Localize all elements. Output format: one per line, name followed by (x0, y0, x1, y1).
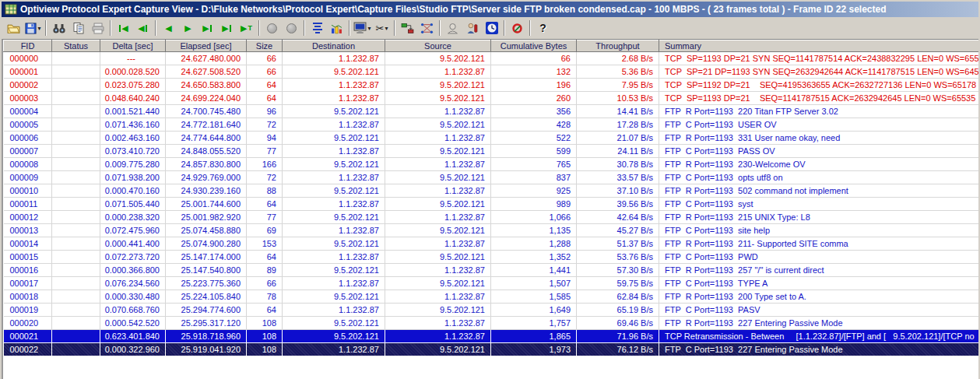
filter-button[interactable]: ✂▾ (372, 19, 392, 37)
cell-summary: FTP C Port=1193 opts utf8 on (659, 171, 979, 184)
goto-last-frame-button[interactable]: ▶ (217, 19, 237, 37)
help-button[interactable]: ? (533, 19, 553, 37)
cell-summary: FTP R Port=1193 257 "/" is current direc… (659, 264, 979, 277)
cell-source: 1.1.232.87 (385, 105, 491, 118)
cell-size: 72 (247, 118, 283, 132)
frame-sequence-button[interactable] (417, 19, 437, 37)
cell-throughput: 14.41 B/s (577, 105, 659, 118)
frame-row-000004[interactable]: 0000040.001.521.44024.700.745.480969.5.2… (4, 105, 979, 118)
next-frame-button[interactable]: ▶ (178, 19, 198, 37)
frame-row-000006[interactable]: 0000060.002.463.16024.774.644.800949.5.2… (4, 132, 979, 145)
cell-source: 9.5.202.121 (385, 52, 491, 65)
filter-button-dropdown-arrow[interactable]: ▾ (385, 25, 388, 32)
cell-throughput: 59.75 B/s (577, 277, 659, 290)
cell-destination: 9.5.202.121 (283, 211, 385, 224)
prev-frame-button[interactable]: ◀ (159, 19, 178, 37)
find-button[interactable] (49, 19, 68, 37)
frame-row-000019[interactable]: 0000190.070.668.76025.294.774.600641.1.2… (4, 304, 979, 317)
frame-row-000020[interactable]: 0000200.000.542.52025.295.317.1201089.5.… (4, 317, 979, 330)
cell-delta: 0.000.441.400 (100, 237, 166, 251)
cell-fid: 000018 (4, 290, 52, 304)
column-header-size[interactable]: Size (247, 40, 283, 52)
copy-button[interactable] (68, 19, 88, 37)
frame-row-000021[interactable]: 0000210.623.401.84025.918.718.9601089.5.… (4, 330, 979, 343)
open-capture-button[interactable] (4, 19, 23, 37)
column-header-delta[interactable]: Delta [sec] (100, 40, 166, 52)
cell-summary: TCP Retransmission - Between [1.1.232.87… (659, 330, 979, 343)
frame-row-000008[interactable]: 0000080.009.775.28024.857.830.8001669.5.… (4, 158, 979, 171)
cell-fid: 000011 (4, 198, 52, 211)
print-button[interactable] (88, 19, 107, 37)
cell-summary: FTP C Port=1193 PWD (659, 251, 979, 264)
column-header-destination[interactable]: Destination (283, 40, 385, 52)
goto-first-frame-button[interactable]: ◀ (114, 19, 133, 37)
frame-row-000014[interactable]: 0000140.000.441.40025.074.900.2801539.5.… (4, 237, 979, 251)
cell-elapsed: 24.627.480.000 (166, 52, 247, 65)
connection-flow-button[interactable] (398, 19, 417, 37)
frame-row-000009[interactable]: 0000090.071.938.20024.929.769.000721.1.2… (4, 171, 979, 184)
capture-stop-icon (286, 23, 297, 33)
frame-row-000011[interactable]: 0000110.071.505.44025.001.744.600641.1.2… (4, 198, 979, 211)
capture-view-button-dropdown-arrow[interactable]: ▾ (367, 25, 371, 32)
frame-list-view-button[interactable] (307, 19, 327, 37)
frame-row-000007[interactable]: 0000070.073.410.72024.848.055.520771.1.2… (4, 145, 979, 158)
statistics-view-button[interactable] (327, 19, 346, 37)
cell-fid: 000016 (4, 264, 52, 277)
capture-view-button[interactable]: ▾ (353, 19, 372, 37)
frame-row-000013[interactable]: 0000130.072.475.96025.074.458.880691.1.2… (4, 224, 979, 237)
frame-row-000016[interactable]: 0000160.000.366.80025.147.540.800899.5.2… (4, 264, 979, 277)
filter-scissors-icon: ✂ (376, 23, 385, 34)
column-header-throughput[interactable]: Throughput (577, 40, 659, 52)
column-header-summary[interactable]: Summary (659, 40, 979, 52)
expert-view-button[interactable] (443, 19, 462, 37)
frame-row-000018[interactable]: 0000180.000.330.48025.224.105.840789.5.2… (4, 290, 979, 304)
cell-source: 9.5.202.121 (385, 171, 491, 184)
cell-status (52, 330, 100, 343)
column-header-status[interactable]: Status (52, 40, 100, 52)
frame-row-000022[interactable]: 0000220.000.322.96025.919.041.9201081.1.… (4, 343, 979, 356)
column-header-fid[interactable]: FID (4, 40, 52, 52)
titlebar[interactable]: Optiview Protocol Expert Capture View - … (2, 2, 978, 17)
cell-delta: 0.076.234.560 (100, 277, 166, 290)
cell-status (52, 105, 100, 118)
cell-status (52, 118, 100, 132)
cell-elapsed: 25.001.982.920 (166, 211, 247, 224)
frame-row-000001[interactable]: 0000010.000.028.52024.627.508.520669.5.2… (4, 65, 979, 79)
cell-size: 64 (247, 304, 283, 317)
toolbar-separator (439, 20, 441, 36)
frame-row-000015[interactable]: 0000150.072.273.72025.147.174.000641.1.2… (4, 251, 979, 264)
cell-cumulative: 837 (491, 171, 577, 184)
frame-row-000012[interactable]: 0000120.000.238.32025.001.982.920779.5.2… (4, 211, 979, 224)
voip-view-button[interactable] (462, 19, 482, 37)
frame-row-000003[interactable]: 0000030.048.640.24024.699.224.040641.1.2… (4, 92, 979, 105)
cell-fid: 000022 (4, 343, 52, 356)
cell-cumulative: 765 (491, 158, 577, 171)
goto-prev-marked-frame-button[interactable]: ◀ (133, 19, 153, 37)
cell-destination: 1.1.232.87 (283, 118, 385, 132)
capture-stop-button[interactable] (282, 19, 301, 37)
cell-status (52, 304, 100, 317)
frame-row-000000[interactable]: 000000---24.627.480.000661.1.232.879.5.2… (4, 52, 979, 65)
frame-row-000002[interactable]: 0000020.023.075.28024.650.583.800641.1.2… (4, 79, 979, 92)
frame-row-000010[interactable]: 0000100.000.470.16024.930.239.160889.5.2… (4, 184, 979, 198)
performance-clock-button[interactable] (482, 19, 501, 37)
goto-next-marked-frame-button[interactable]: ▶ (198, 19, 217, 37)
cell-source: 1.1.232.87 (385, 65, 491, 79)
frame-row-000017[interactable]: 0000170.076.234.56025.223.775.360661.1.2… (4, 277, 979, 290)
capture-start-button[interactable] (262, 19, 282, 37)
find-icon (52, 23, 66, 34)
cell-status (52, 251, 100, 264)
frame-row-000005[interactable]: 0000050.071.436.16024.772.181.640721.1.2… (4, 118, 979, 132)
cell-delta: 0.070.668.760 (100, 304, 166, 317)
column-header-source[interactable]: Source (385, 40, 491, 52)
cell-delta: 0.623.401.840 (100, 330, 166, 343)
goto-trigger-frame-button[interactable]: ▶T (237, 19, 256, 37)
save-button-dropdown-arrow[interactable]: ▾ (37, 25, 40, 32)
save-button[interactable]: ▾ (23, 19, 43, 37)
column-header-elapsed[interactable]: Elapsed [sec] (166, 40, 247, 52)
cell-source: 9.5.202.121 (385, 118, 491, 132)
column-header-cumulative[interactable]: Cumulative Bytes (491, 40, 577, 52)
optiview-button[interactable] (508, 19, 527, 37)
first-frame-icon: ◀ (118, 24, 128, 33)
cell-elapsed: 24.929.769.000 (166, 171, 247, 184)
